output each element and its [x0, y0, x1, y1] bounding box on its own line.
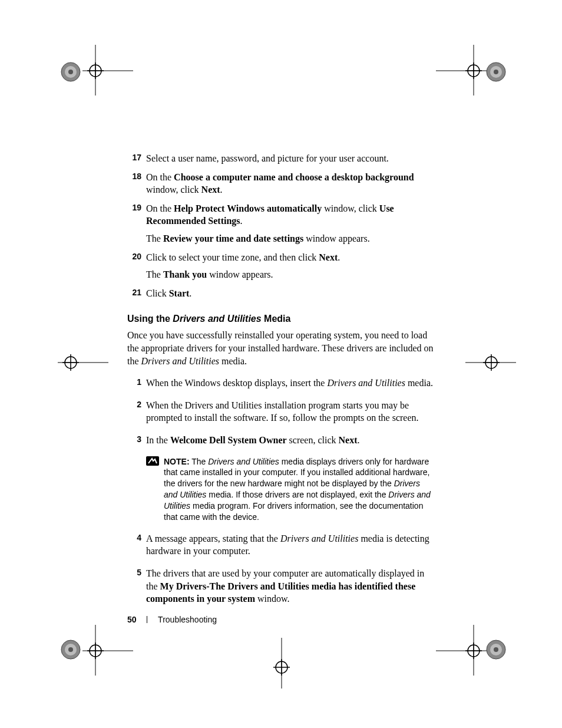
note-icon	[146, 456, 159, 466]
page-content: 17Select a user name, password, and pict…	[127, 152, 434, 615]
heading-post: Media	[262, 314, 291, 324]
list-item: 17Select a user name, password, and pict…	[127, 152, 434, 165]
footer-section: Troubleshooting	[158, 615, 217, 624]
step-text: Select a user name, password, and pictur…	[146, 152, 434, 165]
step-text: In the Welcome Dell System Owner screen,…	[146, 434, 434, 447]
crop-mark	[58, 337, 108, 388]
crop-mark	[82, 45, 133, 95]
step-text: When the Drivers and Utilities installat…	[146, 399, 434, 424]
section-heading: Using the Drivers and Utilities Media	[127, 314, 434, 324]
numbered-list-b: 1When the Windows desktop displays, inse…	[127, 377, 434, 605]
list-item: 4A message appears, stating that the Dri…	[127, 532, 434, 558]
step-text: The drivers that are used by your comput…	[146, 567, 434, 605]
footer-separator	[147, 616, 147, 623]
page-footer: 50 Troubleshooting	[127, 615, 217, 624]
step-text: The Review your time and date settings w…	[146, 232, 434, 245]
crop-mark-center	[269, 638, 295, 689]
crop-mark-corner	[483, 637, 509, 663]
numbered-list-a: 17Select a user name, password, and pict…	[127, 152, 434, 299]
step-text: Click to select your time zone, and then…	[146, 251, 434, 264]
step-text: A message appears, stating that the Driv…	[146, 532, 434, 558]
step-text: On the Help Protect Windows automaticall…	[146, 202, 434, 228]
intro-paragraph: Once you have successfully reinstalled y…	[127, 329, 434, 367]
svg-point-39	[494, 647, 498, 652]
step-text: When the Windows desktop displays, inser…	[146, 377, 434, 390]
svg-point-33	[494, 70, 498, 74]
step-number: 1	[127, 377, 141, 388]
crop-mark	[436, 625, 487, 676]
svg-point-36	[68, 647, 73, 652]
list-item: 21Click Start.	[127, 287, 434, 300]
list-item: 19On the Help Protect Windows automatica…	[127, 202, 434, 245]
note-text: NOTE: The Drivers and Utilities media di…	[164, 457, 431, 522]
step-number: 4	[127, 532, 141, 543]
step-text: Click Start.	[146, 287, 434, 300]
note-block: NOTE: The Drivers and Utilities media di…	[146, 456, 434, 523]
step-number: 3	[127, 434, 141, 445]
crop-mark-corner	[58, 637, 84, 663]
list-item: 20Click to select your time zone, and th…	[127, 251, 434, 281]
crop-mark	[465, 337, 516, 388]
svg-point-30	[68, 70, 73, 74]
step-number: 20	[127, 251, 141, 262]
list-item: 1When the Windows desktop displays, inse…	[127, 377, 434, 390]
list-item: 3In the Welcome Dell System Owner screen…	[127, 434, 434, 447]
crop-mark	[436, 45, 487, 95]
list-item: 5The drivers that are used by your compu…	[127, 567, 434, 605]
list-item: 2When the Drivers and Utilities installa…	[127, 399, 434, 424]
step-number: 5	[127, 567, 141, 578]
step-number: 18	[127, 171, 141, 182]
step-number: 19	[127, 202, 141, 213]
step-text: On the Choose a computer name and choose…	[146, 171, 434, 196]
step-number: 17	[127, 152, 141, 163]
list-item: 18On the Choose a computer name and choo…	[127, 171, 434, 196]
step-number: 21	[127, 287, 141, 298]
crop-mark-corner	[483, 59, 509, 85]
crop-mark	[82, 625, 133, 676]
page-number: 50	[127, 615, 137, 624]
heading-em: Drivers and Utilities	[173, 314, 261, 324]
step-number: 2	[127, 399, 141, 410]
heading-pre: Using the	[127, 314, 173, 324]
step-text: The Thank you window appears.	[146, 268, 434, 281]
crop-mark-corner	[58, 59, 84, 85]
